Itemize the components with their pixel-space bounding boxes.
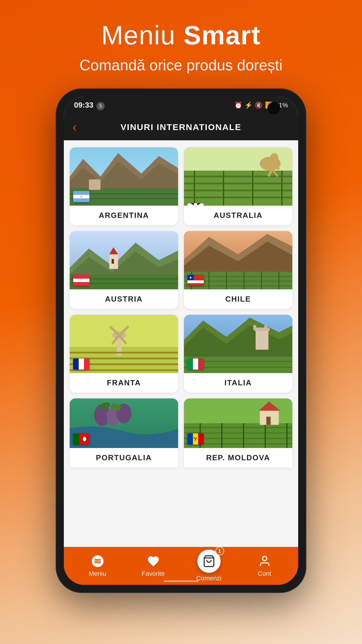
australia-scene xyxy=(184,147,292,206)
card-image-australia: ✦ ⭐ xyxy=(184,147,292,206)
nav-label-cont: Cont xyxy=(258,570,271,578)
svg-rect-6 xyxy=(89,179,101,190)
country-card-austria[interactable]: AUSTRIA xyxy=(70,231,178,309)
status-left: 09:33 5 xyxy=(74,101,105,110)
flag-australia: ✦ ⭐ xyxy=(187,203,204,206)
title-bold: Smart xyxy=(184,21,261,50)
title-regular: Meniu xyxy=(101,21,183,50)
card-image-rep-moldova: 🦅 xyxy=(184,398,292,448)
heart-icon xyxy=(146,554,160,568)
country-card-argentina[interactable]: ✦ ARGENTINA xyxy=(70,147,178,225)
nav-item-cont[interactable]: Cont xyxy=(250,554,279,578)
card-label-rep-moldova: REP. MOLDOVA xyxy=(184,448,292,468)
svg-rect-59 xyxy=(256,329,268,350)
cart-badge: 1 xyxy=(215,547,224,555)
svg-point-88 xyxy=(262,556,267,561)
flag-moldova: 🦅 xyxy=(187,433,204,444)
app-header-title: VINURI INTERNATIONALE xyxy=(121,122,242,132)
bottom-nav: Meniu Favorite xyxy=(64,547,298,585)
nav-item-comenzi[interactable]: 1 Comenzi xyxy=(194,550,224,582)
card-image-portugalia xyxy=(70,398,178,448)
card-image-argentina: ✦ xyxy=(70,147,178,206)
country-card-franta[interactable]: FRANTA xyxy=(70,315,178,393)
content-area: ✦ ARGENTINA xyxy=(64,140,298,547)
svg-rect-27 xyxy=(112,259,114,264)
nav-item-meniu[interactable]: Meniu xyxy=(83,554,112,578)
phone-inner: 09:33 5 ⏰ ⚡ 🔇 📶 31% ‹ VINURI INTERNATION… xyxy=(64,97,298,585)
nav-item-favorite[interactable]: Favorite xyxy=(139,554,168,578)
card-image-chile: ✦ xyxy=(184,231,292,289)
user-icon xyxy=(258,554,272,568)
country-grid: ✦ ARGENTINA xyxy=(70,147,292,468)
card-image-franta xyxy=(70,315,178,373)
nav-label-favorite: Favorite xyxy=(142,570,165,578)
cart-wrapper: 1 xyxy=(197,550,221,573)
svg-rect-62 xyxy=(264,325,267,330)
page-subtitle: Comandă orice produs dorești xyxy=(80,56,283,74)
card-label-australia: AUSTRALIA xyxy=(184,206,292,225)
svg-rect-85 xyxy=(266,417,271,425)
home-indicator xyxy=(164,580,198,582)
nav-label-comenzi: Comenzi xyxy=(196,575,222,582)
flag-italia xyxy=(187,358,204,370)
card-label-italia: ITALIA xyxy=(184,373,292,393)
status-notification-badge: 5 xyxy=(96,102,105,110)
card-label-franta: FRANTA xyxy=(70,373,178,393)
status-time: 09:33 xyxy=(74,101,94,109)
page-title: Meniu Smart xyxy=(80,20,283,50)
flag-argentina: ✦ xyxy=(73,191,89,202)
back-button[interactable]: ‹ xyxy=(73,120,77,134)
flag-chile: ✦ xyxy=(187,275,204,286)
card-image-austria xyxy=(70,231,178,289)
country-card-portugalia[interactable]: PORTUGALIA xyxy=(70,398,178,468)
alarm-icon: ⏰ xyxy=(234,102,242,109)
phone-frame: 09:33 5 ⏰ ⚡ 🔇 📶 31% ‹ VINURI INTERNATION… xyxy=(56,88,306,593)
camera-hole xyxy=(267,102,280,115)
status-bar: 09:33 5 ⏰ ⚡ 🔇 📶 31% xyxy=(64,97,298,114)
card-label-chile: CHILE xyxy=(184,289,292,309)
country-card-rep-moldova[interactable]: 🦅 REP. MOLDOVA xyxy=(184,398,292,468)
nav-label-meniu: Meniu xyxy=(89,570,106,578)
flag-portugalia xyxy=(73,433,89,444)
flag-austria xyxy=(73,275,89,286)
flag-franta xyxy=(73,358,89,370)
volume-icon: 🔇 xyxy=(255,102,263,109)
menu-icon xyxy=(91,554,105,568)
page-header: Meniu Smart Comandă orice produs dorești xyxy=(68,0,294,83)
country-card-australia[interactable]: ✦ ⭐ AUSTRALIA xyxy=(184,147,292,225)
svg-point-18 xyxy=(270,153,278,162)
country-card-italia[interactable]: ITALIA xyxy=(184,315,292,393)
card-label-portugalia: PORTUGALIA xyxy=(70,448,178,468)
svg-rect-61 xyxy=(253,325,256,330)
card-label-austria: AUSTRIA xyxy=(70,289,178,309)
app-header: ‹ VINURI INTERNATIONALE xyxy=(64,114,298,140)
country-card-chile[interactable]: ✦ CHILE xyxy=(184,231,292,309)
card-label-argentina: ARGENTINA xyxy=(70,206,178,225)
svg-rect-60 xyxy=(254,328,270,331)
bluetooth-icon: ⚡ xyxy=(245,102,252,109)
cart-icon xyxy=(203,555,215,568)
card-image-italia xyxy=(184,315,292,373)
